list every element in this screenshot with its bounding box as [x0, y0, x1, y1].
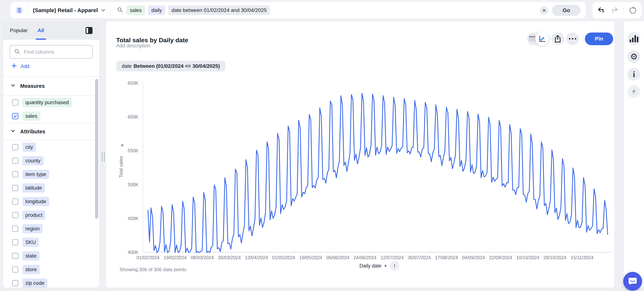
info-icon[interactable]: i [628, 68, 640, 81]
caret-down-icon[interactable]: ▾ [384, 263, 386, 268]
find-columns-input[interactable] [23, 49, 90, 55]
svg-text:500K: 500K [128, 182, 138, 187]
column-checkbox[interactable] [12, 171, 18, 177]
column-pill[interactable]: region [22, 224, 42, 233]
view-toggle [527, 33, 550, 45]
column-pill[interactable]: SKU [22, 238, 39, 247]
chart-view-icon[interactable] [535, 32, 549, 46]
section-label: Attributes [20, 129, 45, 135]
clear-search-button[interactable]: × [540, 6, 548, 15]
settings-icon[interactable]: ⚙ [628, 50, 640, 63]
column-pill[interactable]: quantity purchased [22, 98, 72, 107]
top-bar: (Sample) Retail - Apparel salesdailydate… [10, 2, 586, 19]
column-pill[interactable]: state [22, 251, 40, 260]
svg-text:26/03/2024: 26/03/2024 [218, 255, 241, 260]
hamburger-menu-icon[interactable] [16, 7, 23, 14]
page-title: Total sales by Daily date [116, 37, 188, 44]
svg-text:15/11/2024: 15/11/2024 [571, 255, 593, 260]
tab-popular[interactable]: Popular [10, 21, 28, 40]
tab-all[interactable]: All [38, 21, 44, 40]
column-checkbox[interactable] [12, 144, 18, 150]
column-checkbox[interactable] [12, 280, 18, 286]
search-bar[interactable]: salesdailydate between 01/02/2024 and 30… [117, 6, 540, 15]
add-column-button[interactable]: Add [12, 62, 29, 71]
column-pill[interactable]: city [22, 143, 36, 152]
chat-bubble-icon [628, 277, 638, 286]
svg-text:550K: 550K [128, 148, 138, 153]
svg-text:450K: 450K [128, 216, 138, 221]
sales-line-chart[interactable]: 650K600K550K500K450K400KTotal sales01/02… [118, 79, 613, 263]
svg-text:06/06/2024: 06/06/2024 [326, 255, 349, 260]
column-pill[interactable]: county [22, 156, 44, 165]
chevron-down-icon [11, 83, 16, 89]
column-row: quantity purchased [3, 96, 99, 109]
measures-list: quantity purchasedsales [3, 95, 99, 123]
add-label: Add [20, 64, 29, 69]
column-checkbox[interactable] [12, 226, 18, 232]
status-text: Showing 306 of 306 data points [120, 267, 186, 272]
column-row: item type [3, 168, 99, 181]
column-checkbox[interactable] [12, 99, 18, 106]
add-description[interactable]: Add description [116, 43, 150, 49]
chat-launcher[interactable] [623, 272, 642, 291]
redo-icon[interactable] [610, 6, 619, 15]
column-checkbox[interactable] [12, 253, 18, 259]
x-axis-field-label[interactable]: Daily date [360, 263, 382, 269]
chevron-down-icon [101, 8, 106, 13]
section-measures[interactable]: Measures [3, 76, 99, 95]
search-icon [14, 49, 20, 56]
divider [583, 34, 584, 43]
sort-ascending-icon[interactable]: ↑ [390, 261, 400, 271]
column-checkbox[interactable] [12, 266, 18, 273]
history-toolbar [592, 2, 642, 19]
column-checkbox[interactable] [12, 158, 18, 164]
svg-text:Total sales: Total sales [118, 156, 124, 178]
column-pill[interactable]: item type [22, 170, 49, 179]
section-attributes[interactable]: Attributes [3, 123, 99, 140]
column-checkbox[interactable] [12, 198, 18, 205]
search-token-filter[interactable]: date between 01/02/2024 and 30/04/2025 [168, 6, 270, 15]
search-token-measure[interactable]: sales [126, 6, 145, 15]
svg-text:08/03/2024: 08/03/2024 [191, 255, 214, 260]
svg-text:650K: 650K [128, 81, 138, 86]
column-checkbox[interactable] [12, 239, 18, 245]
column-pill[interactable]: longitude [22, 197, 49, 206]
svg-text:400K: 400K [128, 250, 138, 255]
column-checkbox[interactable] [12, 113, 18, 119]
bar-chart-icon [630, 35, 638, 42]
share-icon[interactable] [551, 32, 564, 45]
column-row: longitude [3, 195, 99, 208]
pin-button[interactable]: Pin [585, 33, 613, 45]
column-pill[interactable]: product [22, 210, 45, 220]
go-button[interactable]: Go [552, 5, 581, 16]
svg-text:13/04/2024: 13/04/2024 [245, 255, 268, 260]
insights-icon[interactable] [628, 85, 640, 98]
panel-resize-handle[interactable] [102, 152, 105, 162]
undo-icon[interactable] [597, 6, 606, 15]
chart-type-icon[interactable] [628, 32, 640, 45]
column-pill[interactable]: latitude [22, 183, 45, 192]
refresh-icon[interactable] [628, 6, 637, 15]
column-checkbox[interactable] [12, 185, 18, 191]
find-columns-box [10, 45, 93, 59]
column-checkbox[interactable] [12, 212, 18, 218]
plus-icon [12, 63, 17, 70]
svg-text:17/08/2024: 17/08/2024 [435, 255, 458, 260]
workspace-selector[interactable]: (Sample) Retail - Apparel [33, 7, 106, 14]
collapse-panel-icon[interactable] [86, 27, 92, 34]
filter-chip[interactable]: date Between (01/02/2024 <= 30/04/2025) [116, 61, 226, 72]
chevron-down-icon [11, 129, 16, 135]
column-pill[interactable]: sales [22, 112, 40, 121]
filter-field: date [122, 63, 132, 69]
section-label: Measures [20, 83, 45, 89]
search-tokens: salesdailydate between 01/02/2024 and 30… [126, 6, 270, 15]
svg-text:01/05/2024: 01/05/2024 [272, 255, 295, 260]
search-token-keyword[interactable]: daily [148, 6, 165, 15]
column-pill[interactable]: zip code [22, 278, 47, 288]
table-view-icon[interactable] [528, 35, 536, 43]
sidebar-scrollbar[interactable] [95, 79, 98, 219]
more-options-icon[interactable] [566, 32, 579, 45]
filter-condition: Between (01/02/2024 <= 30/04/2025) [134, 63, 220, 69]
svg-text:04/09/2024: 04/09/2024 [462, 255, 485, 260]
column-pill[interactable]: store [22, 265, 40, 274]
